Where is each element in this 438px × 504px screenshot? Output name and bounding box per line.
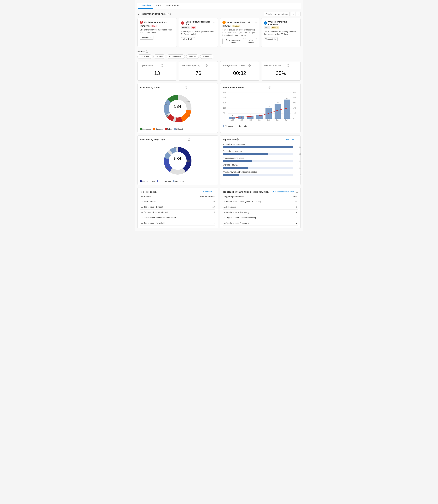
more-icon-3[interactable]: … (296, 21, 298, 23)
kpi-more-2[interactable]: … (254, 64, 257, 67)
badge-medium-2: Medium (232, 25, 240, 27)
svg-text:105: 105 (267, 105, 270, 107)
more-icon-0[interactable]: … (172, 21, 174, 23)
top-flow-runs-more[interactable]: … (295, 138, 298, 141)
filter-allrunstatuses[interactable]: All run statuses (167, 55, 185, 59)
badge-hourly-2: HOURLY (222, 25, 231, 27)
donut-chart-trigger: 534 60% 30% 10% (140, 143, 215, 179)
view-details-1[interactable]: View details (181, 37, 195, 41)
rec-card-0: ! Fix failed automations … REAL TIME Hig… (137, 18, 177, 47)
cloud-icon-4: ☁ (141, 222, 143, 224)
flow-runs-by-status-card: Flow runs by status i … (137, 83, 218, 133)
table-row: ☁ BadRequest - Timeout 13 (140, 204, 215, 210)
error-col-runs: Number of runs (193, 195, 215, 199)
flow-runs-status-more[interactable]: … (213, 86, 215, 89)
cloud-flows-info: i (268, 191, 270, 193)
table-row: ☁ UIAutomation.ElementNotFoundError 7 (140, 215, 215, 220)
error-codes-title: Top error codes (140, 191, 156, 193)
more-icon-1[interactable]: … (213, 21, 216, 23)
cloud-icon-2: ☁ (141, 211, 143, 214)
view-details-3[interactable]: View details (264, 37, 278, 41)
error-trends-more[interactable]: … (295, 86, 298, 89)
filter-machines[interactable]: Machines (200, 55, 213, 59)
svg-point-57 (237, 126, 238, 126)
view-details-0[interactable]: View details (140, 36, 154, 40)
svg-text:30%: 30% (174, 147, 177, 149)
svg-rect-38 (274, 104, 281, 119)
cloud-icon-1: ☁ (141, 206, 143, 208)
rec-desc-0: One or more of your automation runs have… (140, 29, 174, 34)
top-flow-runs-see-more[interactable]: See more (286, 138, 294, 141)
svg-point-47 (277, 110, 278, 111)
donut-chart-status: 534 36% 20% 15% 29% (140, 91, 215, 126)
rec-desc-3: 11 machines didn't have any desktop flow… (264, 30, 298, 36)
kpi-info-2: i (248, 64, 251, 67)
error-codes-see-more[interactable]: See more (203, 191, 212, 193)
trigger-legend: Automated flow Scheduled flow Instant fl… (140, 180, 215, 182)
view-details-2[interactable]: View details (245, 38, 257, 45)
nav-runs[interactable]: Runs (153, 3, 164, 9)
error-icon-1: ! (181, 21, 184, 25)
kpi-info-3: i (287, 64, 289, 67)
rec-desc-1: 2 desktop flows are suspended due to DLP… (181, 30, 216, 36)
svg-text:0: 0 (293, 117, 294, 119)
open-monitor-2[interactable]: Open work queue monitor (222, 38, 244, 45)
table-row: ☁ BadRequest - InvalidURI 5 (140, 220, 215, 226)
kpi-avg-runs: Average runs per day i … 76 (179, 61, 218, 80)
nav-workqueues[interactable]: Work queues (164, 3, 182, 9)
svg-text:150: 150 (223, 102, 226, 104)
svg-text:10%: 10% (165, 166, 168, 168)
cloud-flows-activity-link[interactable]: Go to desktop flow activity (272, 191, 294, 193)
next-arrow[interactable]: › (296, 12, 301, 16)
kpi-more-0[interactable]: … (171, 64, 174, 67)
svg-text:Jul 6: Jul 6 (276, 119, 279, 121)
svg-text:30%: 30% (293, 92, 296, 93)
rec-title-1: Desktop flow suspended due... (186, 21, 213, 25)
cloud-flows-title: Top cloud flows with failed desktop flow… (223, 191, 268, 193)
flow-runs-status-title: Flow runs by status (140, 86, 160, 89)
svg-point-43 (241, 116, 242, 117)
badge-medium-3: Medium (271, 26, 279, 29)
badge-daily-3: DAILY (264, 26, 270, 29)
kpi-top-level-flows: Top-level flows i … 13 (137, 61, 177, 80)
table-row: ☁ Vendor Invoice Work Queue Processing 1… (223, 199, 298, 204)
top-cloud-flows-card: Top cloud flows with failed desktop flow… (220, 188, 301, 229)
nav-arrows: ‹ › (291, 12, 301, 16)
top-nav: Overview Runs Work queues (137, 3, 301, 9)
top-flow-runs-card: Top flow runs i See more … Vendor invoic… (220, 135, 301, 185)
trigger-more[interactable]: … (213, 138, 215, 141)
svg-text:15%: 15% (166, 115, 169, 117)
recommendation-cards: ! Fix failed automations … REAL TIME Hig… (137, 18, 301, 47)
rec-title-3: Unused or inactive machines (268, 21, 296, 25)
kpi-more-3[interactable]: … (295, 64, 298, 67)
cloud-icon-cf-4: ☁ (223, 222, 226, 224)
filter-allflows[interactable]: All flows (153, 55, 165, 59)
kpi-avg-duration: Average flow run duration i … 00:32 (220, 61, 259, 80)
cloud-flows-more[interactable]: … (295, 190, 298, 193)
table-row: ☁ InvalidTemplate 35 (140, 199, 215, 204)
table-row: ☁ ExpressionEvaluationFailed 9 (140, 210, 215, 215)
nav-overview[interactable]: Overview (138, 3, 153, 9)
kpi-value-0: 13 (140, 69, 174, 78)
svg-point-46 (268, 113, 269, 114)
cloud-icon-cf-0: ☁ (223, 200, 226, 203)
rec-card-2: ! Work queue SLA at risk … HOURLY Medium… (220, 18, 259, 47)
trigger-title: Flow runs by trigger type (140, 138, 165, 141)
svg-text:Jul 5: Jul 5 (267, 119, 270, 121)
svg-text:Jul 2: Jul 2 (240, 119, 243, 121)
top-error-codes-card: Top error codes i See more … Error code … (137, 188, 218, 229)
flow-bar-item-1: Account reconciliation 25 (223, 150, 298, 155)
svg-text:60%: 60% (187, 160, 190, 162)
all-recommendations-button[interactable]: ⊞ All recommendations (264, 12, 290, 16)
kpi-more-1[interactable]: … (213, 64, 215, 67)
filter-last7days[interactable]: Last 7 days (137, 55, 152, 59)
svg-text:Jul 1: Jul 1 (230, 119, 234, 121)
more-icon-2[interactable]: … (254, 21, 257, 23)
error-trends-title: Flow run error trends (223, 86, 244, 89)
cloud-icon-cf-1: ☁ (223, 206, 226, 208)
filter-allerrors[interactable]: All errors (186, 55, 199, 59)
prev-arrow[interactable]: ‹ (291, 12, 296, 16)
error-codes-more[interactable]: … (213, 190, 215, 193)
top-flow-runs-title: Top flow runs (223, 138, 236, 141)
svg-text:200: 200 (223, 97, 226, 99)
